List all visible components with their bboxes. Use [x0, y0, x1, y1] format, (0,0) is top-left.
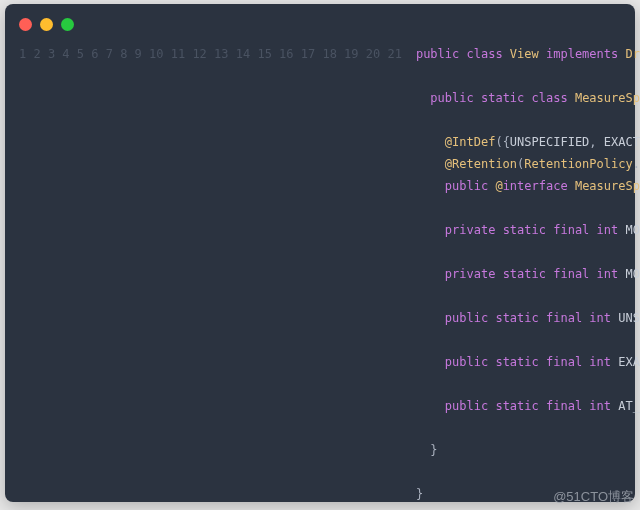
zoom-icon[interactable] — [61, 18, 74, 31]
line-19: } — [416, 443, 438, 457]
line-10 — [416, 245, 423, 259]
line-4 — [416, 113, 423, 127]
code-area: 1 2 3 4 5 6 7 8 9 10 11 12 13 14 15 16 1… — [19, 43, 621, 505]
line-12 — [416, 289, 423, 303]
line-6: @Retention(RetentionPolicy.SOURCE) — [416, 157, 640, 171]
line-5: @IntDef({UNSPECIFIED, EXACTLY, AT_MOST}) — [416, 135, 640, 149]
code-source: public class View implements Drawable.Ca… — [416, 43, 640, 505]
line-11: private static final int MODE_MASK = 0x3… — [416, 267, 640, 281]
line-3: public static class MeasureSpec { — [416, 91, 640, 105]
line-2 — [416, 69, 423, 83]
line-16 — [416, 377, 423, 391]
close-icon[interactable] — [19, 18, 32, 31]
line-number-gutter: 1 2 3 4 5 6 7 8 9 10 11 12 13 14 15 16 1… — [19, 43, 416, 505]
window-traffic-lights — [19, 18, 621, 31]
code-window: 1 2 3 4 5 6 7 8 9 10 11 12 13 14 15 16 1… — [5, 4, 635, 502]
line-1: public class View implements Drawable.Ca… — [416, 47, 640, 61]
line-8 — [416, 201, 423, 215]
minimize-icon[interactable] — [40, 18, 53, 31]
line-9: private static final int MODE_SHIFT = 30… — [416, 223, 640, 237]
line-17: public static final int AT_MOST = 2 << M… — [416, 399, 640, 413]
line-20 — [416, 465, 423, 479]
line-18 — [416, 421, 423, 435]
line-21: } — [416, 487, 423, 501]
line-13: public static final int UNSPECIFIED = 0 … — [416, 311, 640, 325]
watermark-text: @51CTO博客 — [553, 488, 634, 506]
line-7: public @interface MeasureSpecMode {} — [416, 179, 640, 193]
line-15: public static final int EXACTLY = 1 << M… — [416, 355, 640, 369]
line-14 — [416, 333, 423, 347]
